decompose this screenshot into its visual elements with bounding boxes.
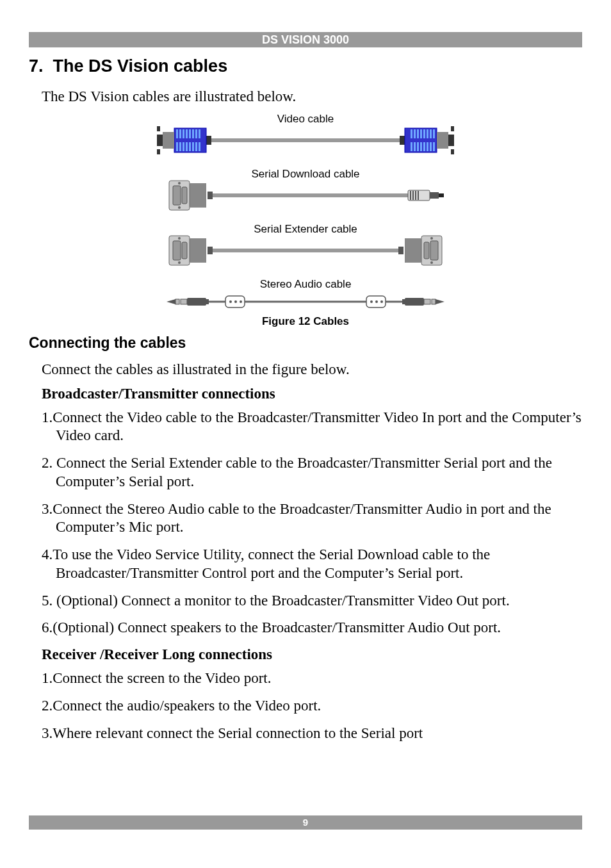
- svg-rect-63: [182, 242, 187, 259]
- broadcaster-heading: Broadcaster/Transmitter connections: [42, 386, 582, 402]
- page: DS VISION 3000 7. The DS Vision cables T…: [0, 0, 611, 868]
- svg-rect-16: [192, 142, 194, 151]
- svg-rect-7: [189, 129, 191, 138]
- svg-point-65: [178, 261, 181, 264]
- svg-rect-46: [208, 192, 213, 199]
- cable-video: Video cable: [155, 113, 456, 158]
- svg-rect-14: [186, 142, 188, 151]
- svg-rect-32: [411, 129, 412, 138]
- svg-point-79: [234, 300, 237, 303]
- section-number: 7.: [29, 56, 44, 76]
- svg-rect-75: [175, 299, 179, 304]
- list-item: 3.Where relevant connect the Serial conn…: [42, 725, 582, 743]
- cable-stereo-audio-label: Stereo Audio cable: [155, 278, 456, 291]
- db9-connector-icon: [169, 236, 213, 265]
- audio-jack-icon: [167, 298, 209, 306]
- list-item: 2. Connect the Serial Extender cable to …: [42, 454, 582, 491]
- svg-rect-54: [412, 191, 414, 200]
- page-footer: 9: [29, 815, 582, 830]
- db9-connector-icon: [398, 236, 442, 265]
- vga-connector-icon: [400, 126, 454, 154]
- section-title-text: The DS Vision cables: [53, 56, 228, 76]
- svg-rect-39: [414, 142, 416, 151]
- receiver-heading: Receiver /Receiver Long connections: [42, 646, 582, 663]
- svg-point-70: [430, 237, 433, 240]
- svg-point-83: [375, 300, 378, 303]
- svg-rect-22: [157, 149, 160, 154]
- svg-point-71: [430, 261, 433, 264]
- svg-rect-4: [179, 129, 181, 138]
- svg-rect-13: [183, 142, 184, 151]
- svg-rect-20: [157, 135, 163, 146]
- svg-rect-38: [417, 142, 419, 151]
- db9-connector-icon: [169, 181, 213, 210]
- cables-diagram: Video cable: [155, 113, 456, 328]
- cable-serial-extender-label: Serial Extender cable: [155, 223, 456, 236]
- svg-rect-88: [402, 299, 405, 304]
- svg-rect-87: [432, 299, 436, 304]
- svg-rect-37: [420, 142, 422, 151]
- svg-point-78: [229, 300, 232, 303]
- svg-rect-57: [430, 192, 439, 199]
- svg-rect-43: [451, 126, 454, 131]
- svg-rect-48: [173, 186, 181, 205]
- svg-rect-26: [430, 129, 432, 138]
- list-item: 6.(Optional) Connect speakers to the Bro…: [42, 619, 582, 637]
- svg-rect-27: [427, 129, 428, 138]
- svg-rect-17: [195, 142, 197, 151]
- svg-rect-28: [423, 129, 425, 138]
- cable-serial-download: Serial Download cable: [155, 168, 456, 213]
- barrel-connector-icon: [408, 190, 444, 201]
- cable-serial-download-label: Serial Download cable: [155, 168, 456, 181]
- svg-rect-12: [179, 142, 181, 151]
- audio-jack-icon: [402, 298, 444, 306]
- list-item: 1.Connect the Video cable to the Broadca…: [42, 409, 582, 446]
- vga-connector-icon: [157, 126, 211, 154]
- list-item: 3.Connect the Stereo Audio cable to the …: [42, 500, 582, 537]
- svg-rect-3: [176, 129, 178, 138]
- svg-point-50: [178, 182, 181, 184]
- step-text: Connect the Video cable to the Broadcast…: [53, 409, 581, 444]
- svg-rect-74: [181, 299, 187, 304]
- step-text: Connect the Stereo Audio cable to the Br…: [53, 501, 551, 536]
- svg-rect-21: [157, 126, 160, 131]
- svg-rect-11: [176, 142, 178, 151]
- step-text: Where relevant connect the Serial connec…: [53, 725, 423, 741]
- svg-point-51: [178, 206, 181, 209]
- svg-rect-36: [423, 142, 425, 151]
- svg-rect-19: [163, 132, 174, 149]
- svg-rect-15: [189, 142, 191, 151]
- svg-point-64: [178, 237, 181, 240]
- step-text: Connect the screen to the Video port.: [53, 670, 271, 686]
- svg-rect-56: [418, 191, 419, 200]
- step-text: (Optional) Connect a monitor to the Broa…: [53, 593, 509, 609]
- svg-rect-53: [410, 191, 411, 200]
- receiver-steps: 1.Connect the screen to the Video port. …: [42, 669, 582, 742]
- svg-rect-18: [199, 142, 200, 151]
- svg-rect-8: [192, 129, 194, 138]
- svg-rect-35: [427, 142, 428, 151]
- page-header: DS VISION 3000: [29, 32, 582, 47]
- section-intro: The DS Vision cables are illustrated bel…: [42, 88, 582, 106]
- svg-rect-40: [411, 142, 412, 151]
- svg-rect-85: [405, 298, 424, 306]
- svg-rect-55: [415, 191, 416, 200]
- svg-point-82: [370, 300, 373, 303]
- svg-rect-10: [199, 129, 200, 138]
- cable-stereo-audio: Stereo Audio cable: [155, 278, 456, 313]
- cable-video-label: Video cable: [155, 113, 456, 126]
- svg-rect-30: [417, 129, 419, 138]
- svg-rect-66: [398, 247, 403, 254]
- svg-rect-5: [183, 129, 184, 138]
- cable-serial-extender: Serial Extender cable: [155, 223, 456, 268]
- svg-rect-25: [433, 129, 435, 138]
- step-text: Connect the Serial Extender cable to the…: [53, 455, 552, 489]
- svg-rect-86: [424, 299, 430, 304]
- list-item: 1.Connect the screen to the Video port.: [42, 669, 582, 688]
- svg-point-84: [380, 300, 383, 303]
- svg-rect-6: [186, 129, 188, 138]
- connecting-intro: Connect the cables as illustrated in the…: [42, 361, 582, 379]
- svg-rect-44: [451, 149, 454, 154]
- svg-rect-58: [439, 193, 444, 197]
- svg-rect-69: [424, 242, 429, 259]
